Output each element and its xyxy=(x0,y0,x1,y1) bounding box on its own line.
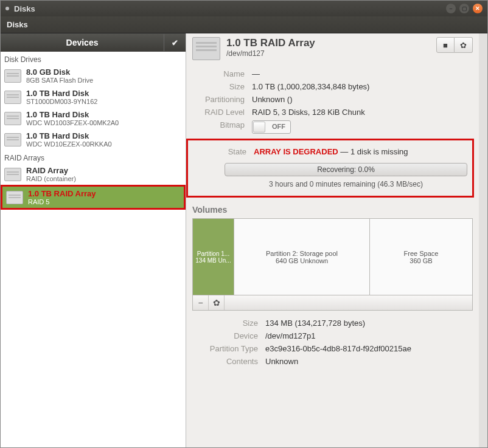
device-title: 1.0 TB Hard Disk xyxy=(26,131,112,140)
check-icon: ✔ xyxy=(172,38,178,47)
device-subtitle: RAID 5 xyxy=(28,198,96,205)
value-raid-level: RAID 5, 3 Disks, 128 KiB Chunk xyxy=(252,108,473,117)
bitmap-switch[interactable]: OFF xyxy=(252,120,291,134)
settings-button[interactable]: ✿ xyxy=(455,37,473,53)
device-item[interactable]: 1.0 TB Hard Disk WDC WD1003FZEX-00MK2A0 xyxy=(1,108,186,129)
stop-button[interactable]: ■ xyxy=(436,37,455,53)
stop-icon: ■ xyxy=(443,41,448,50)
recover-progress: Recovering: 0.0% xyxy=(225,163,467,176)
device-item[interactable]: 1.0 TB Hard Disk ST1000DM003-9YN162 xyxy=(1,86,186,108)
label-vol-size: Size xyxy=(192,319,265,328)
devices-header: Devices ✔ xyxy=(1,33,186,52)
device-subtitle: ST1000DM003-9YN162 xyxy=(26,98,97,105)
device-title: 1.0 TB Hard Disk xyxy=(26,110,119,119)
device-subtitle: RAID (container) xyxy=(26,175,76,182)
volume-block-partition1[interactable]: Partition 1... 134 MB Un... xyxy=(193,219,234,295)
raid-big-icon xyxy=(192,37,220,60)
header-action-buttons: ■ ✿ xyxy=(436,37,473,53)
value-partition-type: e3c9e316-0b5c-4db8-817d-f92df00215ae xyxy=(265,344,473,353)
minus-icon: − xyxy=(198,298,203,308)
scrollbar[interactable] xyxy=(479,33,487,447)
content-row: Devices ✔ Disk Drives 8.0 GB Disk 8GB SA… xyxy=(1,33,487,447)
raid-icon xyxy=(6,191,23,204)
raid-item-selected[interactable]: 1.0 TB RAID Array RAID 5 xyxy=(2,187,184,208)
switch-label: OFF xyxy=(272,123,285,130)
devices-check-button[interactable]: ✔ xyxy=(164,34,186,51)
device-subtitle: WDC WD1003FZEX-00MK2A0 xyxy=(26,119,119,126)
value-vol-device: /dev/md127p1 xyxy=(265,331,473,340)
maximize-button[interactable]: ▢ xyxy=(459,4,469,13)
label-bitmap: Bitmap xyxy=(192,120,252,129)
section-raid-arrays: RAID Arrays xyxy=(1,150,186,164)
volumes-chart: Partition 1... 134 MB Un... Partition 2:… xyxy=(192,218,473,311)
page-title: 1.0 TB RAID Array xyxy=(226,37,430,49)
value-size: 1.0 TB (1,000,208,334,848 bytes) xyxy=(252,82,473,91)
gear-icon: ✿ xyxy=(460,41,467,50)
window-title: Disks xyxy=(14,4,446,13)
state-annotation-box: State ARRAY IS DEGRADED — 1 disk is miss… xyxy=(186,139,474,198)
app-menu-icon[interactable] xyxy=(5,7,9,10)
titlebar[interactable]: Disks – ▢ ✕ xyxy=(1,1,487,16)
section-disk-drives: Disk Drives xyxy=(1,52,186,65)
disk-icon xyxy=(4,133,21,146)
value-name: — xyxy=(252,69,473,78)
device-title: 1.0 TB RAID Array xyxy=(28,189,96,198)
label-vol-device: Device xyxy=(192,331,265,340)
volumes-toolbar: − ✿ xyxy=(192,295,473,311)
label-name: Name xyxy=(192,69,252,78)
state-degraded-text: ARRAY IS DEGRADED xyxy=(254,147,338,156)
label-size: Size xyxy=(192,82,252,91)
value-vol-size: 134 MB (134,217,728 bytes) xyxy=(265,319,473,328)
label-raid-level: RAID Level xyxy=(192,108,252,117)
volumes-header: Volumes xyxy=(192,205,473,215)
volume-block-free[interactable]: Free Space 360 GB xyxy=(370,219,472,295)
device-item[interactable]: 1.0 TB Hard Disk WDC WD10EZEX-00RKKA0 xyxy=(1,129,186,150)
minimize-button[interactable]: – xyxy=(446,4,456,13)
raid-icon xyxy=(4,168,21,181)
volume-remove-button[interactable]: − xyxy=(193,295,209,310)
app-subheader: Disks xyxy=(1,16,487,33)
device-subtitle: WDC WD10EZEX-00RKKA0 xyxy=(26,140,112,148)
device-title: 8.0 GB Disk xyxy=(26,67,93,77)
label-contents: Contents xyxy=(192,357,265,366)
device-subtitle: 8GB SATA Flash Drive xyxy=(26,77,93,84)
details-panel: 1.0 TB RAID Array /dev/md127 ■ ✿ Name — xyxy=(186,33,479,447)
highlighted-selection-annotation: 1.0 TB RAID Array RAID 5 xyxy=(1,185,186,210)
value-partitioning: Unknown () xyxy=(252,95,473,104)
volume-settings-button[interactable]: ✿ xyxy=(209,295,225,310)
label-partitioning: Partitioning xyxy=(192,95,252,104)
value-contents: Unknown xyxy=(265,357,473,366)
device-path: /dev/md127 xyxy=(226,49,430,58)
recover-remaining: 3 hours and 0 minutes remaining (46.3 MB… xyxy=(225,180,467,188)
disk-icon xyxy=(4,91,21,104)
device-item[interactable]: 8.0 GB Disk 8GB SATA Flash Drive xyxy=(1,65,186,86)
disk-icon xyxy=(4,69,21,83)
disk-icon xyxy=(4,112,21,125)
subheader-title: Disks xyxy=(7,20,28,29)
recover-progress-label: Recovering: 0.0% xyxy=(317,165,375,174)
window-buttons: – ▢ ✕ xyxy=(446,4,483,13)
app-window: Disks – ▢ ✕ Disks Devices ✔ Disk Drives … xyxy=(0,0,488,448)
device-title: RAID Array xyxy=(26,166,76,175)
close-button[interactable]: ✕ xyxy=(473,4,483,13)
raid-item[interactable]: RAID Array RAID (container) xyxy=(1,164,186,185)
gear-small-icon: ✿ xyxy=(213,298,220,308)
state-missing-text: — 1 disk is missing xyxy=(338,147,408,156)
devices-panel: Devices ✔ Disk Drives 8.0 GB Disk 8GB SA… xyxy=(1,33,186,447)
switch-knob xyxy=(253,122,265,133)
label-state: State xyxy=(194,147,254,156)
devices-header-label: Devices xyxy=(1,38,164,47)
device-title: 1.0 TB Hard Disk xyxy=(26,89,97,98)
label-partition-type: Partition Type xyxy=(192,344,265,353)
volume-block-partition2[interactable]: Partition 2: Storage pool 640 GB Unknown xyxy=(234,219,370,295)
